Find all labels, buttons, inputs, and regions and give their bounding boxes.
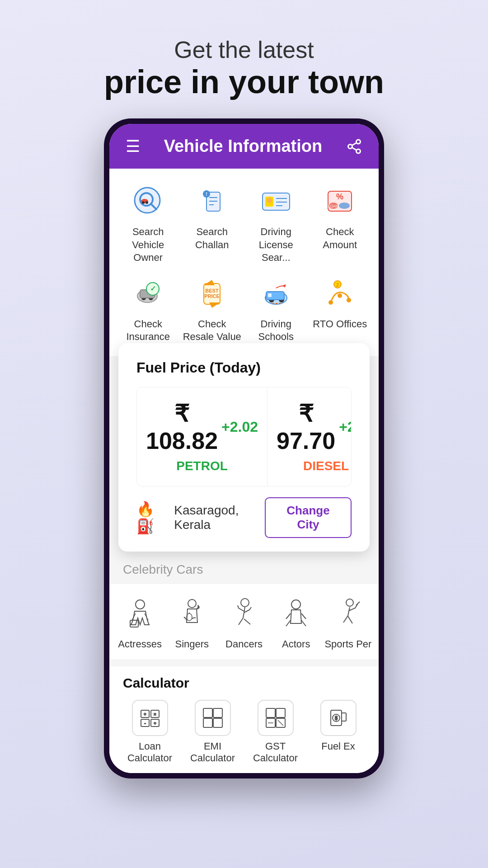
emi-calc-label: EMI Calculator bbox=[186, 741, 239, 764]
grid-label-rto-offices: RTO Offices bbox=[313, 318, 367, 331]
driving-license-icon bbox=[256, 181, 296, 221]
loan-calc-icon: + - × ÷ bbox=[132, 700, 168, 736]
svg-text:✓: ✓ bbox=[150, 285, 155, 292]
svg-point-26 bbox=[339, 203, 350, 209]
grid-label-driving-schools: Driving Schools bbox=[246, 318, 306, 344]
gst-calc-icon bbox=[258, 700, 294, 736]
calculator-items-row: + - × ÷ Loan Calculator bbox=[123, 700, 365, 764]
actress-icon bbox=[120, 593, 160, 634]
phone-screen: ☰ Vehicle Information bbox=[109, 124, 379, 773]
svg-text:+: + bbox=[144, 712, 146, 717]
svg-point-10 bbox=[145, 201, 148, 204]
svg-point-1 bbox=[348, 144, 352, 148]
grid-item-check-insurance[interactable]: ✓ Check Insurance bbox=[118, 274, 178, 344]
grid-item-search-challan[interactable]: ! Search Challan bbox=[183, 181, 242, 264]
grid-item-rto-offices[interactable]: 2 RTO Offices bbox=[310, 274, 370, 344]
calculator-title: Calculator bbox=[123, 675, 365, 691]
dancer-icon bbox=[224, 593, 264, 634]
svg-text:♪: ♪ bbox=[197, 603, 200, 610]
grid-item-search-vehicle[interactable]: Search Vehicle Owner bbox=[118, 181, 178, 264]
calc-item-gst[interactable]: GST Calculator bbox=[249, 700, 302, 764]
svg-rect-43 bbox=[268, 293, 272, 297]
dancer-label: Dancers bbox=[225, 638, 263, 650]
calc-item-emi[interactable]: EMI Calculator bbox=[186, 700, 239, 764]
app-title: Vehicle Information bbox=[164, 137, 323, 156]
svg-point-57 bbox=[241, 599, 249, 607]
hero-subtitle: Get the latest bbox=[104, 36, 384, 63]
hamburger-icon[interactable]: ☰ bbox=[126, 137, 140, 156]
sports-label: Sports Per bbox=[324, 638, 371, 650]
svg-point-2 bbox=[357, 149, 361, 153]
svg-point-19 bbox=[267, 198, 272, 203]
check-amount-icon: % LOAN bbox=[320, 181, 360, 221]
grid-item-check-resale[interactable]: BEST PRICE Check Resale Value bbox=[183, 274, 242, 344]
celeb-item-sports[interactable]: Sports Per bbox=[322, 593, 374, 650]
svg-text:×: × bbox=[154, 712, 156, 717]
grid-item-driving-license[interactable]: Driving License Sear... bbox=[246, 181, 306, 264]
fuel-ex-calc-icon: $ bbox=[320, 700, 357, 736]
svg-point-51 bbox=[136, 600, 145, 609]
celebrity-section-label: Celebrity Cars bbox=[109, 552, 379, 584]
search-vehicle-icon bbox=[128, 181, 168, 221]
svg-point-48 bbox=[347, 298, 351, 302]
fuel-price-card: Fuel Price (Today) ₹ 108.82 +2.02 PETROL… bbox=[118, 343, 370, 552]
svg-rect-69 bbox=[213, 708, 222, 717]
svg-text:-: - bbox=[144, 721, 145, 726]
actor-label: Actors bbox=[282, 638, 310, 650]
emi-calc-icon bbox=[195, 700, 231, 736]
celeb-item-singers[interactable]: ♪ Singers bbox=[166, 593, 218, 650]
svg-line-3 bbox=[352, 147, 357, 150]
grid-label-search-vehicle: Search Vehicle Owner bbox=[118, 226, 178, 264]
vehicle-services-grid: Search Vehicle Owner ! Search Chal bbox=[109, 169, 379, 357]
svg-rect-71 bbox=[213, 718, 222, 727]
grid-item-driving-schools[interactable]: Driving Schools bbox=[246, 274, 306, 344]
svg-line-4 bbox=[352, 142, 357, 145]
app-header: ☰ Vehicle Information bbox=[109, 124, 379, 169]
fuel-card-title: Fuel Price (Today) bbox=[136, 359, 352, 376]
svg-text:2: 2 bbox=[336, 283, 339, 288]
svg-text:!: ! bbox=[206, 192, 207, 197]
fuel-prices-row: ₹ 108.82 +2.02 PETROL ₹ 97.70 +2.01 DIES… bbox=[136, 387, 352, 486]
svg-marker-38 bbox=[209, 302, 220, 308]
grid-label-check-amount: Check Amount bbox=[310, 226, 370, 251]
diesel-price: ₹ 97.70 bbox=[277, 400, 335, 454]
city-name: Kasaragod, Kerala bbox=[174, 503, 265, 532]
celeb-item-dancers[interactable]: Dancers bbox=[218, 593, 270, 650]
grid-label-search-challan: Search Challan bbox=[183, 226, 242, 251]
change-city-button[interactable]: Change City bbox=[265, 497, 352, 538]
grid-label-driving-license: Driving License Sear... bbox=[246, 226, 306, 264]
hero-title: price in your town bbox=[104, 63, 384, 100]
check-insurance-icon: ✓ bbox=[128, 274, 168, 313]
search-challan-icon: ! bbox=[192, 181, 232, 221]
svg-text:LOAN: LOAN bbox=[328, 204, 339, 208]
petrol-price-display: ₹ 108.82 +2.02 bbox=[146, 400, 258, 454]
svg-point-47 bbox=[338, 293, 342, 298]
grid-item-check-amount[interactable]: % LOAN Check Amount bbox=[310, 181, 370, 264]
petrol-cell: ₹ 108.82 +2.02 PETROL bbox=[137, 387, 267, 486]
fuel-location: 🔥⛽ Kasaragod, Kerala bbox=[136, 500, 265, 535]
svg-text:%: % bbox=[336, 192, 343, 201]
loan-calc-label: Loan Calculator bbox=[123, 741, 177, 764]
fuel-location-row: 🔥⛽ Kasaragod, Kerala Change City bbox=[136, 497, 352, 538]
fuel-drop-icon: 🔥⛽ bbox=[136, 500, 168, 535]
celeb-item-actors[interactable]: Actors bbox=[270, 593, 322, 650]
grid-label-check-insurance: Check Insurance bbox=[118, 318, 178, 344]
check-resale-icon: BEST PRICE bbox=[192, 274, 232, 313]
svg-rect-70 bbox=[203, 718, 212, 727]
sports-icon bbox=[328, 593, 368, 634]
svg-point-9 bbox=[142, 201, 145, 204]
svg-line-77 bbox=[278, 720, 283, 726]
fuel-ex-calc-label: Fuel Ex bbox=[321, 741, 355, 752]
diesel-price-display: ₹ 97.70 +2.01 bbox=[277, 400, 352, 454]
svg-point-58 bbox=[291, 600, 300, 609]
svg-point-46 bbox=[328, 300, 333, 305]
celeb-item-actresses[interactable]: Actresses bbox=[114, 593, 166, 650]
calc-item-loan[interactable]: + - × ÷ Loan Calculator bbox=[123, 700, 177, 764]
singer-label: Singers bbox=[175, 638, 209, 650]
petrol-label: PETROL bbox=[146, 459, 258, 473]
svg-text:÷: ÷ bbox=[154, 721, 156, 726]
share-icon[interactable] bbox=[346, 138, 362, 155]
calc-item-fuel-ex[interactable]: $ Fuel Ex bbox=[311, 700, 365, 764]
svg-text:BEST: BEST bbox=[206, 288, 219, 293]
svg-text:PRICE: PRICE bbox=[204, 293, 220, 299]
